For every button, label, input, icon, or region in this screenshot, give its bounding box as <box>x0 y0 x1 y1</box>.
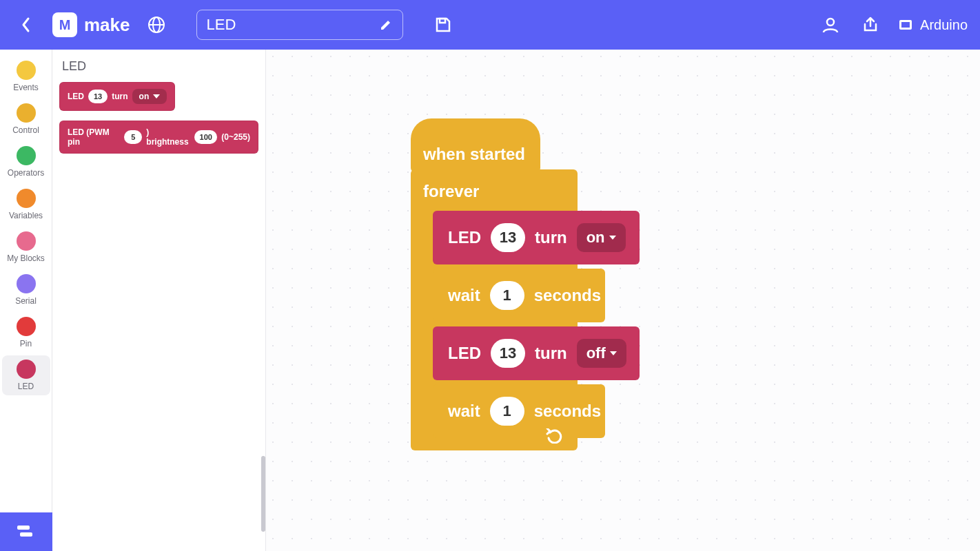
block-label: forever <box>423 179 565 211</box>
device-selector[interactable]: Arduino <box>897 16 968 34</box>
category-serial[interactable]: Serial <box>2 270 50 310</box>
block-text: seconds <box>534 286 601 305</box>
c-block-forever[interactable]: forever LED13turnonwait1secondsLED13turn… <box>411 169 578 450</box>
block-text: LED (PWM pin <box>68 127 120 147</box>
project-name-input[interactable]: LED <box>196 10 403 40</box>
code-toggle-button[interactable] <box>0 512 52 551</box>
device-label: Arduino <box>920 17 968 33</box>
block-label: when started <box>423 145 525 164</box>
block-wait[interactable]: wait1seconds <box>433 384 605 438</box>
category-label: My Blocks <box>7 253 45 263</box>
share-button[interactable] <box>857 11 884 39</box>
block-text: LED <box>448 344 481 363</box>
palette-scrollbar[interactable] <box>261 456 265 551</box>
chevron-down-icon <box>153 94 160 98</box>
category-label: LED <box>18 382 34 391</box>
palette-block-led-pwm[interactable]: LED (PWM pin 5 ) brightness 100 (0~255) <box>59 121 258 154</box>
block-led-turn[interactable]: LED13turnoff <box>433 326 640 380</box>
brightness-input[interactable]: 100 <box>194 130 217 144</box>
app-logo: M make <box>52 12 130 37</box>
logo-text: make <box>84 14 130 36</box>
back-button[interactable] <box>12 11 40 39</box>
globe-icon <box>147 16 165 34</box>
category-color-icon <box>17 146 36 165</box>
svg-point-4 <box>827 19 834 25</box>
pin-input[interactable]: 13 <box>491 339 525 368</box>
category-events[interactable]: Events <box>2 56 50 96</box>
category-color-icon <box>17 317 36 336</box>
hat-block-when-started[interactable]: when started <box>411 118 540 172</box>
block-text: turn <box>535 228 567 247</box>
palette-block-led-turn[interactable]: LED 13 turn on <box>59 82 175 111</box>
category-label: Control <box>12 125 39 135</box>
user-icon <box>821 16 839 34</box>
category-label: Events <box>13 83 39 92</box>
category-color-icon <box>17 189 36 208</box>
category-color-icon <box>17 61 36 80</box>
category-color-icon <box>17 103 36 123</box>
pencil-icon <box>379 18 393 32</box>
category-label: Operators <box>8 168 44 178</box>
app-header: M make LED Arduino <box>0 0 980 50</box>
project-name-text: LED <box>207 16 236 34</box>
block-wait[interactable]: wait1seconds <box>433 269 605 322</box>
chevron-down-icon <box>609 236 616 240</box>
category-label: Serial <box>15 296 37 306</box>
block-text: turn <box>535 344 567 363</box>
category-pin[interactable]: Pin <box>2 313 50 353</box>
block-text: ) brightness <box>146 127 190 147</box>
category-variables[interactable]: Variables <box>2 185 50 225</box>
block-text: seconds <box>534 402 601 421</box>
script-canvas[interactable]: when started forever LED13turnonwait1sec… <box>266 50 980 551</box>
block-palette: LED LED 13 turn on LED (PWM pin 5 ) brig… <box>52 50 266 551</box>
palette-title: LED <box>62 59 258 74</box>
category-led[interactable]: LED <box>2 355 50 395</box>
category-label: Pin <box>20 339 32 349</box>
logo-mark-icon: M <box>52 12 77 37</box>
loop-arrow-icon <box>546 428 564 444</box>
category-operators[interactable]: Operators <box>2 142 50 182</box>
chevron-left-icon <box>21 17 32 33</box>
category-sidebar: EventsControlOperatorsVariablesMy Blocks… <box>0 50 52 551</box>
category-color-icon <box>17 274 36 293</box>
category-control[interactable]: Control <box>2 99 50 139</box>
svg-rect-7 <box>17 526 30 530</box>
block-led-turn[interactable]: LED13turnon <box>433 211 640 264</box>
state-dropdown[interactable]: on <box>132 89 167 104</box>
block-text: wait <box>448 402 480 421</box>
svg-rect-6 <box>901 22 910 28</box>
svg-rect-3 <box>440 19 445 23</box>
svg-rect-8 <box>20 532 32 537</box>
chevron-down-icon <box>610 351 617 355</box>
save-icon <box>434 16 452 34</box>
state-dropdown[interactable]: on <box>577 223 626 252</box>
block-text: LED <box>448 228 481 247</box>
seconds-input[interactable]: 1 <box>490 281 524 310</box>
pin-input[interactable]: 5 <box>124 130 142 144</box>
block-text: (0~255) <box>221 132 250 142</box>
block-text: LED <box>68 92 84 101</box>
category-label: Variables <box>9 211 43 220</box>
scrollbar-thumb[interactable] <box>261 456 265 532</box>
blocks-icon <box>16 524 37 539</box>
seconds-input[interactable]: 1 <box>490 397 524 426</box>
forever-body: LED13turnonwait1secondsLED13turnoffwait1… <box>422 211 565 438</box>
language-button[interactable] <box>143 11 170 39</box>
board-icon <box>897 16 915 34</box>
save-button[interactable] <box>429 11 457 39</box>
block-text: turn <box>112 92 127 101</box>
category-color-icon <box>17 231 36 251</box>
share-icon <box>861 16 879 34</box>
pin-input[interactable]: 13 <box>491 223 525 252</box>
state-dropdown[interactable]: off <box>577 339 626 368</box>
pin-input[interactable]: 13 <box>88 90 108 103</box>
category-my-blocks[interactable]: My Blocks <box>2 227 50 267</box>
account-button[interactable] <box>817 11 844 39</box>
category-color-icon <box>17 360 36 379</box>
block-text: wait <box>448 286 480 305</box>
script-stack[interactable]: when started forever LED13turnonwait1sec… <box>411 118 578 450</box>
